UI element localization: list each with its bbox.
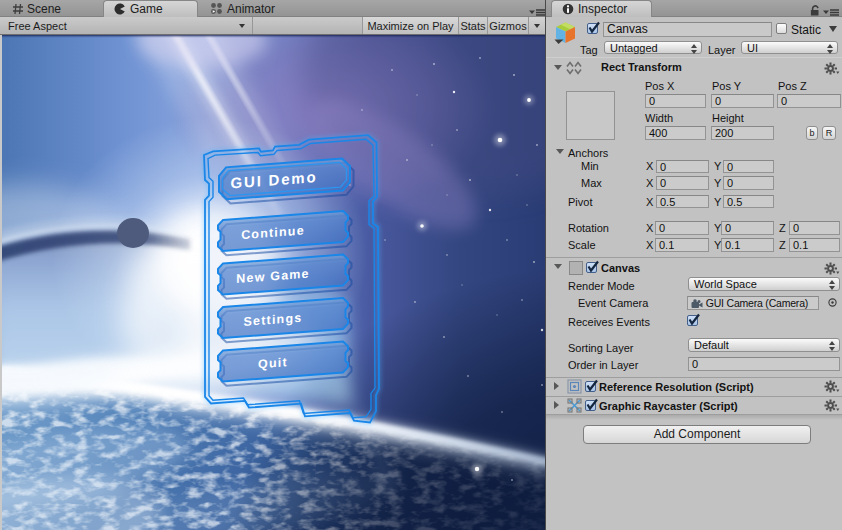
svg-text:Quit: Quit <box>258 355 288 371</box>
